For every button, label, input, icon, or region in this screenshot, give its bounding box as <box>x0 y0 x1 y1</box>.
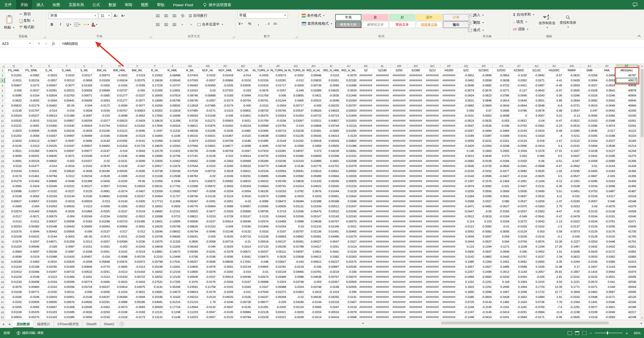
grid-cell[interactable]: 0.01659 <box>40 199 58 204</box>
grid-cell[interactable]: 0.00719 <box>199 169 217 174</box>
grid-cell[interactable]: 0.0427 <box>340 300 358 305</box>
grid-cell[interactable]: 0.08736 <box>181 194 199 199</box>
grid-cell[interactable]: -0.0248 <box>493 144 510 149</box>
grid-cell[interactable]: 0.00925 <box>269 204 287 209</box>
grid-cell[interactable]: -0.0924 <box>598 83 616 88</box>
grid-cell[interactable]: 0.0786 <box>493 93 510 98</box>
column-header-AK[interactable]: AK <box>358 64 374 68</box>
grid-cell[interactable]: ######## <box>408 219 424 224</box>
grid-cell[interactable]: 0.00846 <box>76 264 93 269</box>
grid-cell[interactable]: 0.114 <box>457 219 475 224</box>
grid-cell[interactable]: 0.02742 <box>269 144 287 149</box>
grid-cell[interactable]: 42186 <box>616 305 637 310</box>
grid-cell[interactable]: 0.04037 <box>287 149 305 154</box>
grid-cell[interactable]: 0.01224 <box>340 184 358 189</box>
grid-cell[interactable]: ######## <box>424 184 441 189</box>
grid-cell[interactable]: -0.0101 <box>457 113 475 118</box>
grid-cell[interactable]: BW_HL <box>93 68 111 73</box>
grid-cell[interactable]: 0.12818 <box>164 108 181 113</box>
grid-cell[interactable]: -0.0033 <box>111 280 128 285</box>
grid-cell[interactable]: -0.0189 <box>128 83 146 88</box>
grid-cell[interactable]: 0.19985 <box>146 154 164 159</box>
grid-cell[interactable]: 0.02573 <box>252 194 269 199</box>
grid-cell[interactable]: ######## <box>408 209 424 214</box>
grid-cell[interactable]: -0.006 <box>217 113 234 118</box>
grid-cell[interactable]: 0.0352 <box>510 78 528 83</box>
grid-cell[interactable]: 0.1504 <box>510 149 528 154</box>
cell-style-chip[interactable]: 适中 <box>416 14 442 21</box>
grid-cell[interactable]: 41671 <box>616 219 637 224</box>
grid-cell[interactable]: 0.10805 <box>181 269 199 275</box>
grid-cell[interactable]: 0.0433 <box>581 249 598 254</box>
grid-cell[interactable]: 0.21338 <box>146 174 164 179</box>
grid-cell[interactable]: ######## <box>391 249 408 254</box>
grid-cell[interactable]: 0.07044 <box>252 290 269 295</box>
grid-cell[interactable]: PS_WML <box>23 68 40 73</box>
row-header-33[interactable]: 33 <box>0 229 5 234</box>
grid-cell[interactable]: 0.06347 <box>181 199 199 204</box>
grid-cell[interactable]: 0.06394 <box>269 295 287 300</box>
scroll-left-icon[interactable]: ◀ <box>361 321 365 325</box>
grid-cell[interactable]: 0.0206 <box>598 224 616 229</box>
grid-cell[interactable]: ######## <box>391 229 408 234</box>
grid-cell[interactable]: -0.04 <box>528 118 546 123</box>
grid-cell[interactable]: ######## <box>358 295 374 300</box>
grid-cell[interactable]: -0.0433 <box>128 280 146 285</box>
grid-cell[interactable]: -0.0132 <box>128 174 146 179</box>
grid-cell[interactable]: -0.0268 <box>76 259 93 264</box>
grid-cell[interactable]: 0.11542 <box>164 295 181 300</box>
ribbon-tab-开始[interactable]: 开始 <box>16 0 32 10</box>
grid-cell[interactable]: ######## <box>408 128 424 133</box>
grid-cell[interactable]: -0.0144 <box>269 139 287 144</box>
grid-cell[interactable]: 0.0499 <box>528 189 546 194</box>
column-header-AM[interactable]: AM <box>391 64 408 68</box>
grid-cell[interactable]: 0.03 <box>581 204 598 209</box>
grid-cell[interactable]: ######## <box>408 184 424 189</box>
grid-cell[interactable]: -0.0721 <box>563 103 581 108</box>
grid-cell[interactable]: ######## <box>358 139 374 144</box>
grid-cell[interactable]: 0.17255 <box>164 280 181 285</box>
grid-cell[interactable]: 0.02228 <box>252 315 269 320</box>
grid-cell[interactable]: 0.12143 <box>164 275 181 280</box>
grid-cell[interactable]: 0.02511 <box>305 118 322 123</box>
grid-cell[interactable]: 0.0638 <box>493 78 510 83</box>
grid-cell[interactable]: -0.0055 <box>23 305 40 310</box>
grid-cell[interactable]: 0.04722 <box>305 113 322 118</box>
grid-cell[interactable]: 0.0112 <box>58 174 76 179</box>
row-header-40[interactable]: 40 <box>0 264 5 269</box>
grid-cell[interactable]: 0.21216 <box>181 300 199 305</box>
grid-cell[interactable]: 0.00572 <box>199 184 217 189</box>
grid-cell[interactable]: 0.25196 <box>146 264 164 269</box>
grid-cell[interactable]: -0.0098 <box>493 113 510 118</box>
grid-cell[interactable]: 0.0441 <box>322 249 340 254</box>
grid-cell[interactable]: 0.04638 <box>305 219 322 224</box>
grid-cell[interactable]: -0.0109 <box>475 159 493 164</box>
grid-cell[interactable]: 0.01048 <box>40 224 58 229</box>
grid-cell[interactable]: -0.0118 <box>111 315 128 320</box>
grid-cell[interactable]: ######## <box>358 194 374 199</box>
grid-cell[interactable]: 0.0016 <box>234 194 252 199</box>
grid-cell[interactable]: 0.00627 <box>5 199 23 204</box>
grid-cell[interactable]: 0.03667 <box>269 259 287 264</box>
grid-cell[interactable]: 2.34 <box>546 254 563 259</box>
grid-cell[interactable]: -0.0482 <box>234 128 252 133</box>
grid-cell[interactable]: ######## <box>358 123 374 128</box>
grid-cell[interactable]: 0.0133 <box>581 209 598 214</box>
grid-cell[interactable]: 0.00739 <box>128 254 146 259</box>
grid-cell[interactable]: 0.01453 <box>287 113 305 118</box>
grid-cell[interactable]: -0.0205 <box>252 73 269 78</box>
grid-cell[interactable]: 0.0045 <box>510 93 528 98</box>
collapse-ribbon-icon[interactable] <box>637 35 640 38</box>
grid-cell[interactable]: -0.0265 <box>217 164 234 169</box>
grid-cell[interactable]: 0.05794 <box>181 229 199 234</box>
grid-cell[interactable]: -0.0132 <box>234 229 252 234</box>
grid-cell[interactable]: 0.08077 <box>252 300 269 305</box>
grid-cell[interactable]: -0.049 <box>199 244 217 249</box>
grid-cell[interactable]: ######## <box>424 285 441 290</box>
underline-button[interactable]: U▼ <box>66 21 72 27</box>
grid-cell[interactable]: ######## <box>391 244 408 249</box>
grid-cell[interactable]: 0.04023 <box>322 108 340 113</box>
grid-cell[interactable]: -0.0243 <box>128 244 146 249</box>
grid-cell[interactable]: -0.0164 <box>581 139 598 144</box>
grid-cell[interactable]: -0.0009 <box>287 83 305 88</box>
